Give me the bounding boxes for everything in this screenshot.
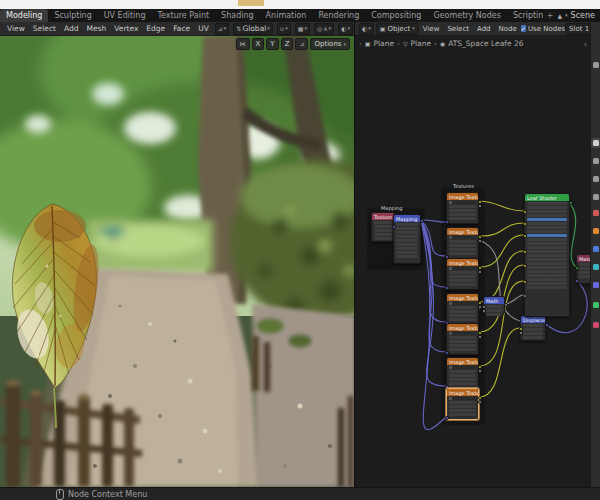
node-socket[interactable]: [523, 280, 527, 284]
node-socket[interactable]: [478, 369, 482, 373]
proportional-edit-dropdown[interactable]: ◎∧▾: [314, 23, 334, 35]
breadcrumb-item[interactable]: › ◉ ATS_Space Leafe 26: [434, 39, 523, 48]
proportional-icon: ◎: [317, 26, 322, 32]
node-socket[interactable]: [392, 225, 396, 229]
workspace-tab[interactable]: Sculpting: [48, 9, 97, 22]
viewport-menu[interactable]: Edge: [142, 24, 169, 33]
viewport-menu[interactable]: Face: [169, 24, 194, 33]
node-socket[interactable]: [420, 219, 424, 223]
node-material-output[interactable]: Material Output: [576, 254, 590, 284]
workspace-tab[interactable]: Rendering: [312, 9, 365, 22]
editor-type-dropdown[interactable]: ◐▾: [359, 23, 374, 35]
workspace-tab[interactable]: Texture Paint: [151, 9, 215, 22]
scene-name[interactable]: Scene: [571, 11, 595, 20]
viewport-menu[interactable]: UV: [194, 24, 213, 33]
view-layer-tab-icon[interactable]: [593, 194, 599, 200]
material-tab-icon[interactable]: [593, 322, 599, 328]
particles-tab-icon[interactable]: [593, 264, 599, 270]
render-tab-icon[interactable]: [593, 158, 599, 164]
node-socket[interactable]: [575, 266, 579, 270]
node-leaf-shader[interactable]: Leaf Shader: [524, 193, 570, 317]
node-image-texture[interactable]: Image Texture: [446, 388, 479, 420]
node-socket[interactable]: [478, 239, 482, 243]
add-workspace-button[interactable]: +: [543, 9, 558, 22]
breadcrumb-item[interactable]: › ▣ Plane: [359, 39, 394, 48]
object-tab-icon[interactable]: [593, 228, 599, 234]
node-socket[interactable]: [445, 351, 449, 355]
node-socket[interactable]: [504, 303, 508, 307]
viewport-menu[interactable]: Vertex: [110, 24, 142, 33]
mode-dropdown[interactable]: ⊿▾: [215, 23, 230, 35]
viewport-canvas[interactable]: ⋈ XYZ ⊿ Options▾: [0, 36, 354, 487]
node-canvas[interactable]: › ▣ Plane › ▽ Plane › ◉ ATS_Space Leafe …: [355, 36, 590, 487]
node-socket[interactable]: [478, 270, 482, 274]
workspace-tab[interactable]: Scripting: [507, 9, 543, 22]
node-displacement[interactable]: Displacement: [520, 315, 546, 341]
node-socket[interactable]: [575, 279, 579, 283]
modifiers-tab-icon[interactable]: [593, 246, 599, 252]
mirror-axis-button[interactable]: X: [252, 38, 265, 50]
node-title: Image Texture: [447, 294, 478, 301]
node-editor-menu[interactable]: Add: [473, 25, 495, 33]
node-socket[interactable]: [478, 335, 482, 339]
select-mode-buttons[interactable]: ▦▾: [295, 23, 310, 35]
tool-tab-icon[interactable]: [593, 140, 599, 146]
overlays-dropdown[interactable]: ◐▾: [338, 23, 353, 35]
breadcrumb-icon: ▽: [403, 40, 408, 47]
output-tab-icon[interactable]: [593, 176, 599, 182]
viewport-menu[interactable]: Select: [29, 24, 60, 33]
physics-tab-icon[interactable]: [593, 282, 599, 288]
node-socket[interactable]: [523, 234, 527, 238]
workspace-tab[interactable]: Shading: [215, 9, 260, 22]
workspace-tab[interactable]: UV Editing: [98, 9, 152, 22]
node-image-texture[interactable]: Image Texture: [446, 323, 479, 355]
slot-dropdown[interactable]: Slot 1▾: [565, 23, 590, 35]
workspace-tab[interactable]: Geometry Nodes: [427, 9, 506, 22]
node-editor-menu[interactable]: Select: [443, 25, 473, 33]
node-image-texture[interactable]: Image Texture: [446, 258, 479, 290]
node-socket[interactable]: [523, 250, 527, 254]
node-socket[interactable]: [445, 220, 449, 224]
node-image-texture[interactable]: Image Texture: [446, 357, 479, 389]
node-socket[interactable]: [478, 400, 482, 404]
orientation-dropdown[interactable]: ⇅Global▾: [233, 23, 272, 35]
mirror-icon-button[interactable]: ⋈: [236, 38, 250, 50]
workspace-tab[interactable]: Animation: [260, 9, 313, 22]
node-mapping[interactable]: Mapping: [393, 214, 421, 264]
viewport-menu[interactable]: Mesh: [82, 24, 110, 33]
node-socket[interactable]: [523, 210, 527, 214]
node-image-texture[interactable]: Image Texture: [446, 192, 479, 224]
breadcrumb-item[interactable]: › ▽ Plane: [397, 39, 431, 48]
node-editor-menu[interactable]: Node: [495, 25, 521, 33]
shading-context-dropdown[interactable]: ▣Object▾: [376, 23, 419, 35]
workspace-tab[interactable]: Modeling: [0, 9, 48, 22]
viewport-menu[interactable]: Add: [60, 24, 83, 33]
mirror-axis-button[interactable]: Y: [266, 38, 278, 50]
node-socket[interactable]: [519, 331, 523, 335]
node-editor-menu[interactable]: View: [419, 25, 444, 33]
node-socket[interactable]: [523, 222, 527, 226]
world-tab-icon[interactable]: [593, 210, 599, 216]
breadcrumb-overflow-icon[interactable]: ‹: [584, 40, 587, 49]
shader-editor-pane: ◐▾ ▣Object▾ ViewSelectAddNode ✓ Use Node…: [355, 22, 600, 487]
node-socket[interactable]: [569, 201, 573, 205]
node-socket[interactable]: [478, 204, 482, 208]
node-socket[interactable]: [445, 416, 449, 420]
node-socket[interactable]: [523, 294, 527, 298]
node-image-texture[interactable]: Image Texture: [446, 293, 479, 325]
use-nodes-checkbox[interactable]: ✓: [521, 25, 526, 32]
node-image-texture[interactable]: Image Texture: [446, 227, 479, 259]
options-dropdown[interactable]: Options▾: [310, 38, 350, 50]
editor-type-tab-icon[interactable]: [593, 62, 599, 68]
mirror-axis-button[interactable]: Z: [281, 38, 294, 50]
node-socket[interactable]: [482, 309, 486, 313]
snap-dropdown[interactable]: ∪▾: [277, 23, 291, 35]
viewport-menu[interactable]: View: [3, 24, 29, 33]
node-math[interactable]: Math: [483, 296, 505, 314]
node-socket[interactable]: [545, 323, 549, 327]
object-data-tab-icon[interactable]: [593, 302, 599, 308]
workspace-tab[interactable]: Compositing: [365, 9, 427, 22]
node-socket[interactable]: [445, 286, 449, 290]
snap-target-button[interactable]: ⊿: [295, 38, 308, 50]
node-socket[interactable]: [523, 264, 527, 268]
